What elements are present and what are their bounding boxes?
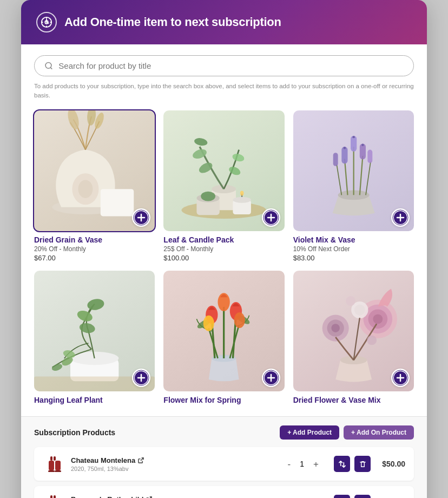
add-product-button[interactable]: + Add Product (280, 425, 339, 440)
svg-point-42 (361, 143, 364, 146)
svg-rect-9 (101, 189, 134, 216)
modal-body: To add products to your subscription, ty… (21, 44, 427, 412)
qty-decrease-chateau[interactable]: - (285, 460, 293, 469)
add-button-leaf-candle[interactable] (262, 208, 280, 227)
product-card-hanging-leaf[interactable]: Hanging Leaf Plant (34, 271, 155, 405)
search-hint: To add products to your subscription, ty… (34, 82, 414, 101)
svg-point-19 (232, 152, 245, 162)
svg-rect-85 (50, 456, 52, 461)
product-card-dried-flower[interactable]: Dried Flower & Vase Mix (293, 271, 414, 405)
svg-point-67 (203, 315, 214, 331)
svg-point-17 (194, 137, 208, 146)
subscription-icon (36, 12, 57, 32)
subscription-item-barons: Barons de Rothschild 2022, 750ml, 13%abv… (34, 486, 414, 498)
product-name-leaf-candle: Leaf & Candle Pack (163, 235, 284, 244)
svg-point-6 (66, 110, 81, 130)
svg-rect-89 (55, 461, 61, 470)
svg-point-47 (87, 298, 105, 311)
svg-rect-35 (341, 146, 347, 163)
svg-rect-91 (50, 495, 52, 498)
svg-line-33 (337, 165, 341, 195)
product-image-violet-mix (293, 110, 414, 231)
wine-icon-barons (43, 493, 63, 498)
modal-container: Add One-time item to next subscription T… (21, 0, 427, 498)
qty-controls-chateau: - 1 + (285, 460, 321, 469)
svg-point-78 (331, 324, 340, 332)
search-icon (44, 61, 53, 70)
product-price-leaf-candle: $100.00 (163, 254, 284, 262)
swap-button-barons[interactable] (334, 495, 350, 498)
product-name-violet-mix: Violet Mix & Vase (293, 235, 414, 244)
item-controls-barons (334, 495, 371, 498)
subscription-title: Subscription Products (34, 428, 115, 437)
products-grid: Dried Grain & Vase 20% Off - Monthly $67… (34, 110, 414, 406)
add-on-product-button[interactable]: + Add On Product (344, 425, 414, 440)
delete-button-barons[interactable] (354, 495, 371, 498)
svg-rect-39 (367, 149, 372, 163)
product-price-dried-grain: $67.00 (34, 254, 155, 262)
svg-line-30 (345, 159, 348, 195)
swap-button-chateau[interactable] (334, 456, 350, 472)
add-button-dried-grain[interactable] (132, 208, 150, 227)
add-button-flower-mix[interactable] (262, 369, 280, 387)
svg-point-24 (233, 196, 251, 202)
product-card-dried-grain[interactable]: Dried Grain & Vase 20% Off - Monthly $67… (34, 110, 155, 262)
qty-value-chateau: 1 (298, 460, 306, 468)
item-name-barons: Barons de Rothschild (71, 495, 278, 498)
search-input[interactable] (58, 61, 404, 70)
product-discount-dried-grain: 20% Off - Monthly (34, 245, 155, 253)
svg-rect-38 (333, 153, 338, 166)
item-name-chateau: Chateau Montelena (71, 456, 278, 464)
svg-point-49 (78, 322, 96, 335)
svg-point-22 (201, 191, 216, 201)
svg-point-68 (234, 312, 245, 328)
product-image-dried-grain (34, 110, 155, 231)
svg-point-15 (197, 160, 214, 175)
svg-point-26 (240, 191, 244, 195)
external-link-icon-barons (146, 496, 152, 498)
svg-point-41 (352, 135, 354, 137)
subscription-section: Subscription Products + Add Product + Ad… (21, 416, 427, 498)
subscription-header: Subscription Products + Add Product + Ad… (34, 425, 414, 440)
wine-icon-chateau (43, 454, 63, 474)
svg-rect-94 (54, 495, 56, 498)
svg-line-34 (366, 161, 371, 194)
product-image-dried-flower (293, 271, 414, 391)
svg-rect-90 (55, 470, 61, 472)
item-controls-chateau (334, 456, 371, 472)
add-button-dried-flower[interactable] (391, 369, 410, 387)
product-name-dried-grain: Dried Grain & Vase (34, 235, 155, 244)
svg-point-40 (343, 146, 345, 148)
product-image-leaf-candle (163, 110, 284, 231)
qty-increase-chateau[interactable]: + (311, 460, 321, 469)
svg-point-82 (367, 335, 377, 345)
product-image-hanging-leaf (34, 271, 155, 391)
product-discount-violet-mix: 10% Off Next Order (293, 245, 414, 253)
svg-rect-88 (54, 456, 56, 461)
external-link-icon (138, 457, 144, 463)
svg-line-32 (359, 155, 363, 195)
modal-header: Add One-time item to next subscription (21, 0, 427, 44)
svg-rect-87 (48, 470, 55, 472)
svg-point-75 (373, 314, 383, 324)
item-info-barons: Barons de Rothschild 2022, 750ml, 13%abv (71, 495, 278, 498)
svg-point-5 (78, 180, 93, 198)
search-bar[interactable] (34, 55, 414, 76)
product-card-flower-mix[interactable]: Flower Mix for Spring (163, 271, 284, 405)
add-button-hanging-leaf[interactable] (132, 369, 150, 387)
product-card-violet-mix[interactable]: Violet Mix & Vase 10% Off Next Order $83… (293, 110, 414, 262)
product-name-flower-mix: Flower Mix for Spring (163, 396, 284, 404)
product-card-leaf-candle[interactable]: Leaf & Candle Pack 25$ Off - Monthly $10… (163, 110, 284, 262)
svg-point-81 (346, 296, 355, 306)
add-button-violet-mix[interactable] (391, 208, 410, 227)
product-name-hanging-leaf: Hanging Leaf Plant (34, 396, 155, 404)
product-price-violet-mix: $83.00 (293, 254, 414, 262)
delete-button-chateau[interactable] (354, 456, 371, 472)
item-price-chateau: $50.00 (378, 460, 405, 468)
product-discount-leaf-candle: 25$ Off - Monthly (163, 245, 284, 253)
svg-point-2 (45, 62, 51, 68)
modal-title: Add One-time item to next subscription (64, 15, 281, 29)
svg-point-80 (354, 304, 365, 315)
subscription-actions: + Add Product + Add On Product (280, 425, 414, 440)
item-info-chateau: Chateau Montelena 2020, 750ml, 13%abv (71, 456, 278, 472)
